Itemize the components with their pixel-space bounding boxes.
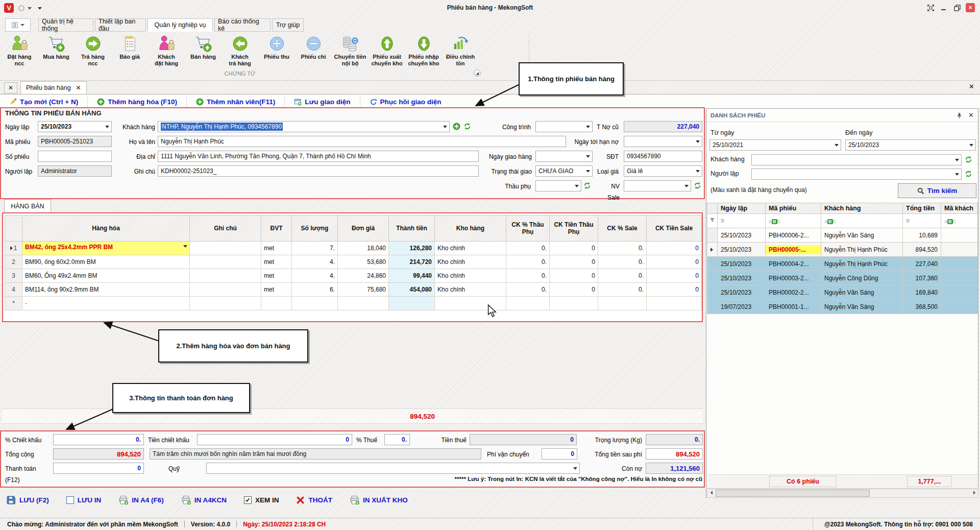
nv-sale-combo[interactable] bbox=[624, 180, 691, 191]
ho-va-ten-field[interactable]: Nguyễn Thị Hạnh Phúc bbox=[158, 136, 566, 147]
cell[interactable]: 227,040 bbox=[903, 257, 941, 271]
cell[interactable]: PBH00001-1... bbox=[766, 300, 821, 314]
add-employee-button[interactable]: Thêm nhân viên(F11) bbox=[187, 96, 285, 107]
print-a4kcn-button[interactable]: IN A4KCN bbox=[181, 495, 227, 505]
ribbon-item-customer-return[interactable]: Khách trả hàng bbox=[222, 34, 258, 67]
cell[interactable]: Nguyễn Văn Sáng bbox=[821, 285, 903, 300]
cell[interactable]: PBH00006-2... bbox=[766, 228, 821, 243]
table-row[interactable]: 1BM42, ống 25x4.2mm PPR BMmet7.18,040126… bbox=[5, 242, 702, 255]
list-item[interactable]: 25/10/2023PBH00002-2...Nguyễn Văn Sáng16… bbox=[707, 285, 978, 300]
cell[interactable]: 454,080 bbox=[389, 283, 435, 297]
cell[interactable]: 0. bbox=[598, 242, 647, 255]
cell[interactable] bbox=[190, 269, 261, 283]
ribbon-item-return-supplier[interactable]: Trả hàng ncc bbox=[75, 34, 111, 67]
cell[interactable]: 7. bbox=[292, 242, 338, 255]
save-layout-button[interactable]: Lưu giao diện bbox=[285, 96, 360, 107]
menu-tab-thiet-lap-ban-dau[interactable]: Thiết lập ban đầu bbox=[95, 18, 146, 32]
cell[interactable]: 169,840 bbox=[903, 285, 941, 300]
ribbon-item-internal-transfer[interactable]: Chuyển tiền nội bộ bbox=[332, 34, 369, 67]
cell[interactable]: 0. bbox=[598, 255, 647, 269]
ghi-chu-field[interactable]: KDH00002-251023_ bbox=[158, 165, 479, 177]
ribbon-item-warehouse-in[interactable]: Phiếu nhập chuyển kho bbox=[405, 34, 442, 67]
column-header[interactable]: CK Tiền Sale bbox=[647, 215, 702, 242]
cell[interactable] bbox=[941, 300, 978, 314]
column-header[interactable]: Thành tiền bbox=[389, 215, 435, 242]
cell[interactable]: 25/10/2023 bbox=[718, 285, 766, 300]
cell[interactable]: PBH00002-2... bbox=[766, 285, 821, 300]
cell[interactable]: 0 bbox=[550, 255, 598, 269]
cell[interactable]: 0 bbox=[647, 269, 702, 283]
cell[interactable] bbox=[941, 243, 978, 257]
cell[interactable]: BM42, ống 25x4.2mm PPR BM bbox=[22, 242, 190, 255]
cell[interactable] bbox=[941, 285, 978, 300]
ngay-toi-han-no-combo[interactable] bbox=[624, 136, 702, 147]
column-header[interactable]: Khách hàng bbox=[821, 203, 903, 214]
chiet-khau-pct-field[interactable]: 0. bbox=[53, 434, 144, 445]
column-header[interactable]: Đơn giá bbox=[338, 215, 389, 242]
cell[interactable]: 6. bbox=[292, 283, 338, 297]
ribbon-dialog-launcher[interactable]: ◢ bbox=[474, 69, 481, 77]
column-header[interactable]: Kho hàng bbox=[435, 215, 506, 242]
cell[interactable]: 99,440 bbox=[389, 269, 435, 283]
menu-tab-quan-ly-nghiep-vu[interactable]: Quản lý nghiệp vụ bbox=[148, 18, 213, 32]
ribbon-item-payment-minus[interactable]: Phiếu chi bbox=[295, 34, 332, 67]
refresh-nv-sale-button[interactable] bbox=[693, 181, 702, 190]
pin-icon[interactable] bbox=[957, 112, 962, 118]
filter-khach-hang-combo[interactable] bbox=[751, 154, 962, 165]
quy-combo[interactable] bbox=[206, 463, 580, 474]
exit-button[interactable]: THOÁT bbox=[296, 496, 332, 504]
scroll-left-icon[interactable] bbox=[707, 489, 715, 496]
save-button[interactable]: LƯU (F2) bbox=[6, 495, 49, 505]
refresh-customer-button[interactable] bbox=[463, 122, 472, 131]
tabbar-close-icon[interactable]: ✕ bbox=[969, 83, 974, 90]
tab-close-icon[interactable]: ✕ bbox=[76, 84, 81, 91]
ribbon-item-quotation-doc[interactable]: Báo giá bbox=[111, 34, 148, 67]
cell[interactable]: 75,680 bbox=[338, 283, 389, 297]
cell[interactable]: Kho chính bbox=[435, 255, 506, 269]
column-header[interactable]: Số lượng bbox=[292, 215, 338, 242]
cell[interactable]: 0. bbox=[506, 269, 550, 283]
cell[interactable] bbox=[190, 255, 261, 269]
table-row[interactable]: 4BM114, ống 90x2.9mm BMmet6.75,680454,08… bbox=[5, 283, 702, 297]
column-header[interactable]: Mã phiếu bbox=[766, 203, 821, 214]
cell[interactable] bbox=[941, 271, 978, 285]
app-menu-button[interactable] bbox=[5, 18, 31, 32]
ngay-lap-combo[interactable]: 25/10/2023 bbox=[38, 121, 112, 132]
fullscreen-button[interactable] bbox=[926, 3, 935, 12]
tab-hang-ban[interactable]: HÀNG BÁN bbox=[4, 199, 51, 212]
thue-pct-field[interactable]: 0. bbox=[384, 434, 410, 445]
cell[interactable]: 25/10/2023 bbox=[718, 243, 766, 257]
trang-thai-giao-combo[interactable]: CHƯA GIAO bbox=[535, 165, 593, 177]
cell[interactable]: met bbox=[261, 255, 292, 269]
column-header[interactable]: ĐVT bbox=[261, 215, 292, 242]
cell[interactable]: PBH00004-2... bbox=[766, 257, 821, 271]
cell[interactable]: Nguyễn Thị Hạnh Phúc bbox=[821, 243, 903, 257]
cell[interactable]: 0 bbox=[550, 269, 598, 283]
cell[interactable]: 10,689 bbox=[903, 228, 941, 243]
cell[interactable]: BM90, ống 60x2.0mm BM bbox=[22, 255, 190, 269]
list-item[interactable]: 25/10/2023PBH00003-2...Nguyễn Công Dũng1… bbox=[707, 271, 978, 285]
cell[interactable]: Kho chính bbox=[435, 283, 506, 297]
cell[interactable]: 0. bbox=[506, 255, 550, 269]
cell[interactable]: 368,500 bbox=[903, 300, 941, 314]
ribbon-item-sale-cart[interactable]: Bán hàng bbox=[185, 34, 222, 67]
add-product-button[interactable]: Thêm hàng hóa (F10) bbox=[88, 96, 187, 107]
restore-layout-button[interactable]: Phục hồi giao diện bbox=[360, 96, 451, 107]
cell[interactable]: PBH00005-... bbox=[766, 243, 821, 257]
preview-print-button[interactable]: XEM IN bbox=[244, 496, 279, 504]
panel-close-icon[interactable]: ✕ bbox=[968, 111, 974, 119]
scrollbar-thumb[interactable] bbox=[716, 490, 870, 497]
refresh-thau-phu-button[interactable] bbox=[583, 181, 592, 190]
cell[interactable]: 894,520 bbox=[903, 243, 941, 257]
so-phieu-field[interactable] bbox=[38, 151, 112, 162]
cell[interactable]: met bbox=[261, 269, 292, 283]
cell[interactable]: 4. bbox=[292, 269, 338, 283]
cell[interactable] bbox=[190, 242, 261, 255]
table-row[interactable]: 3BM60, Ống 49x2.4mm BMmet4.24,86099,440K… bbox=[5, 269, 702, 283]
list-item[interactable]: 25/10/2023PBH00006-2...Nguyễn Văn Sáng10… bbox=[707, 228, 978, 243]
refresh-filter-nguoi-lap[interactable] bbox=[964, 170, 973, 178]
menu-tab-tro-giup[interactable]: Trợ giúp bbox=[272, 18, 304, 32]
list-item[interactable]: 19/07/2023PBH00001-1...Nguyễn Văn Sáng36… bbox=[707, 300, 978, 314]
search-button[interactable]: Tìm kiếm bbox=[898, 183, 976, 198]
restore-button[interactable] bbox=[952, 3, 962, 12]
